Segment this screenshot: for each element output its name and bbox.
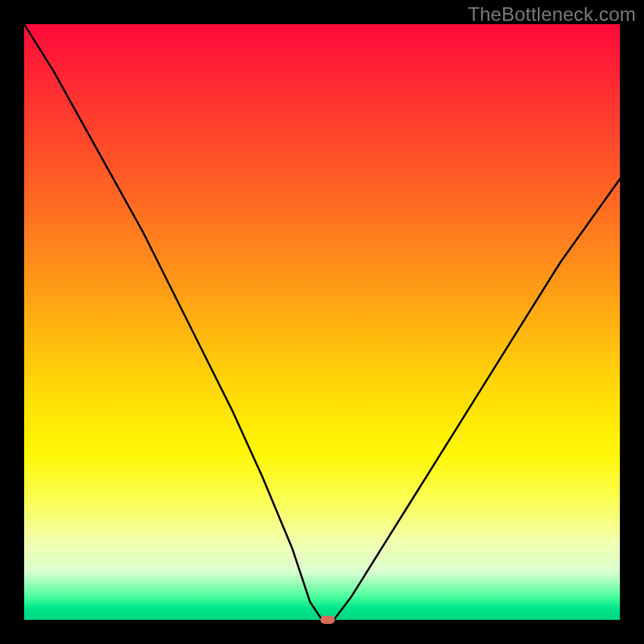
plot-area: [24, 24, 620, 620]
optimal-marker: [320, 616, 335, 624]
chart-frame: TheBottleneck.com: [0, 0, 644, 644]
bottleneck-curve: [24, 24, 620, 620]
watermark-label: TheBottleneck.com: [468, 3, 636, 26]
